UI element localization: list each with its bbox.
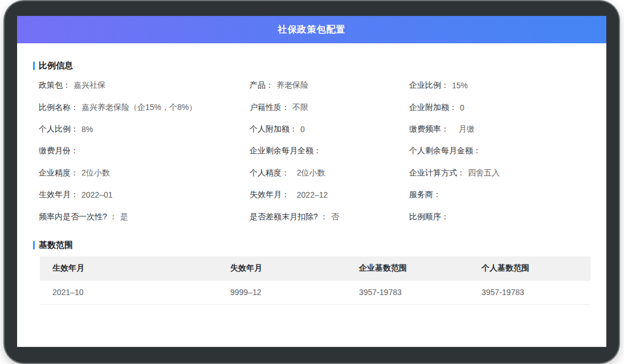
base-range-table: 生效年月失效年月企业基数范围个人基数范围 2021–109999–123957-… bbox=[40, 256, 590, 305]
form-field: 企业比例：15% bbox=[409, 75, 590, 96]
form-field: 生效年月：2022–01 bbox=[39, 184, 250, 206]
form-field: 缴费频率： 月缴 bbox=[409, 118, 590, 140]
field-label: 生效年月： bbox=[39, 190, 79, 200]
field-label: 户籍性质： bbox=[250, 103, 289, 113]
form-field: 失效年月： 2022–12 bbox=[250, 184, 409, 206]
form-field: 户籍性质：不限 bbox=[250, 96, 409, 118]
field-value: 月缴 bbox=[452, 124, 475, 134]
form-field: 个人附加额：0 bbox=[250, 118, 409, 140]
form-field: 服务商： bbox=[409, 184, 590, 206]
field-label: 个人比例： bbox=[39, 124, 79, 134]
table-cell: 9999–12 bbox=[230, 288, 359, 297]
field-label: 个人附加额： bbox=[250, 124, 297, 134]
form-field: 比例名称：嘉兴养老保险（企15%，个8%） bbox=[39, 96, 250, 118]
table-row: 2021–109999–123957-197833957-19783 bbox=[40, 281, 590, 305]
form-field: 企业剩余每月全额： bbox=[250, 140, 409, 162]
field-value: 不限 bbox=[292, 103, 308, 113]
table-header-cell: 个人基数范围 bbox=[482, 263, 590, 273]
device-frame: 社保政策包配置 比例信息 政策包：嘉兴社保产品：养老保险企业比例：15%比例名称… bbox=[5, 1, 619, 363]
form-field: 企业精度：2位小数 bbox=[39, 162, 250, 184]
section-title-ratio-info: 比例信息 bbox=[33, 60, 590, 71]
field-label: 企业计算方式： bbox=[409, 168, 465, 178]
table-header-row: 生效年月失效年月企业基数范围个人基数范围 bbox=[40, 256, 590, 281]
field-value: 8% bbox=[81, 125, 93, 134]
table-cell: 3957-19783 bbox=[359, 288, 482, 297]
field-value: 0 bbox=[460, 103, 464, 112]
table-body: 2021–109999–123957-197833957-19783 bbox=[40, 281, 590, 305]
main-content: 比例信息 政策包：嘉兴社保产品：养老保险企业比例：15%比例名称：嘉兴养老保险（… bbox=[17, 60, 606, 305]
form-field: 比例顺序： bbox=[409, 206, 590, 227]
section-accent-bar bbox=[33, 62, 35, 70]
form-field: 频率内是否一次性? ：是 bbox=[39, 206, 250, 227]
field-label: 产品： bbox=[250, 80, 274, 91]
field-label: 服务商： bbox=[409, 190, 441, 200]
table-header-cell: 失效年月 bbox=[230, 263, 359, 273]
field-value: 0 bbox=[300, 125, 305, 134]
app-window: 社保政策包配置 比例信息 政策包：嘉兴社保产品：养老保险企业比例：15%比例名称… bbox=[17, 16, 606, 347]
form-field: 个人剩余每月金额： bbox=[409, 140, 590, 162]
form-field: 企业计算方式：四舍五入 bbox=[409, 162, 590, 184]
section-accent-bar bbox=[33, 241, 35, 250]
field-label: 企业比例： bbox=[409, 80, 449, 91]
field-value: 嘉兴养老保险（企15%，个8%） bbox=[81, 103, 197, 113]
field-value: 是 bbox=[120, 212, 128, 222]
section-title-label: 比例信息 bbox=[39, 60, 73, 71]
page-title: 社保政策包配置 bbox=[278, 24, 346, 36]
form-field: 企业附加额：0 bbox=[409, 96, 590, 118]
form-field: 是否差额末月扣除? ：否 bbox=[250, 206, 409, 227]
form-field: 产品：养老保险 bbox=[250, 75, 409, 96]
field-label: 缴费频率： bbox=[409, 124, 449, 134]
form-field: 缴费月份： bbox=[39, 140, 250, 162]
field-value: 嘉兴社保 bbox=[74, 80, 105, 91]
field-label: 频率内是否一次性? ： bbox=[39, 212, 117, 222]
field-value: 养老保险 bbox=[276, 80, 308, 91]
section-title-base-range: 基数范围 bbox=[33, 240, 590, 251]
table-header-cell: 企业基数范围 bbox=[359, 263, 482, 273]
field-value: 2位小数 bbox=[292, 168, 325, 178]
field-label: 企业剩余每月全额： bbox=[250, 146, 321, 156]
section-title-label: 基数范围 bbox=[39, 240, 73, 251]
field-label: 缴费月份： bbox=[39, 146, 79, 156]
form-field: 政策包：嘉兴社保 bbox=[39, 75, 250, 96]
ratio-info-grid: 政策包：嘉兴社保产品：养老保险企业比例：15%比例名称：嘉兴养老保险（企15%，… bbox=[39, 75, 590, 228]
table-cell: 2021–10 bbox=[52, 288, 230, 297]
field-value: 15% bbox=[452, 81, 468, 90]
table-cell: 3957-19783 bbox=[482, 288, 590, 297]
field-label: 企业精度： bbox=[39, 168, 79, 178]
field-value: 2022–01 bbox=[81, 190, 113, 199]
app-header: 社保政策包配置 bbox=[17, 16, 606, 43]
field-label: 失效年月： bbox=[250, 190, 289, 200]
field-label: 企业附加额： bbox=[409, 103, 457, 113]
field-label: 个人剩余每月金额： bbox=[409, 146, 481, 156]
form-field: 个人比例：8% bbox=[39, 118, 250, 140]
field-label: 是否差额末月扣除? ： bbox=[250, 212, 328, 222]
field-value: 2位小数 bbox=[81, 168, 110, 178]
field-label: 比例名称： bbox=[39, 103, 79, 113]
field-label: 政策包： bbox=[39, 80, 71, 91]
field-value: 否 bbox=[331, 212, 339, 222]
field-value: 2022–12 bbox=[292, 190, 328, 199]
field-label: 比例顺序： bbox=[409, 212, 449, 222]
field-value: 四舍五入 bbox=[468, 168, 500, 178]
field-label: 个人精度： bbox=[250, 168, 289, 178]
table-header-cell: 生效年月 bbox=[52, 263, 230, 273]
form-field: 个人精度： 2位小数 bbox=[250, 162, 409, 184]
